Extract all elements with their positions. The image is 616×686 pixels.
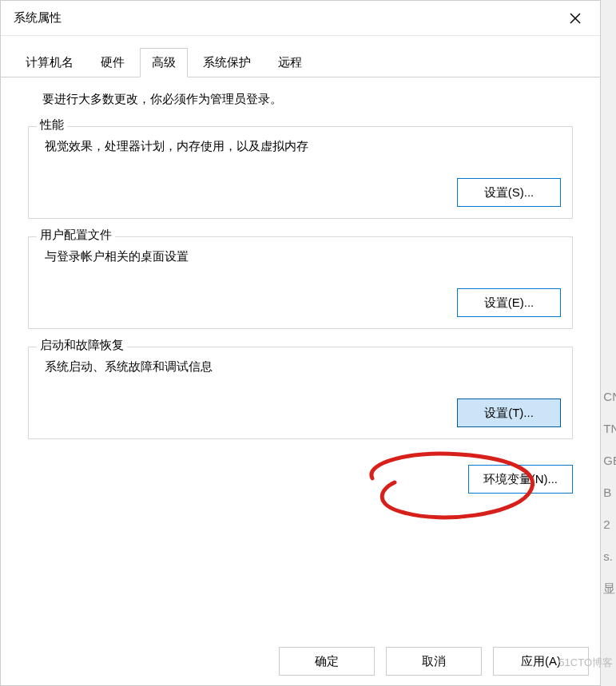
- background-text: CN TN GE B 2 s. 显: [603, 382, 616, 605]
- tab-computer-name[interactable]: 计算机名: [14, 48, 85, 77]
- performance-title: 性能: [37, 117, 67, 133]
- tab-content: 要进行大多数更改，你必须作为管理员登录。 性能 视觉效果，处理器计划，内存使用，…: [1, 77, 600, 465]
- cancel-button[interactable]: 取消: [386, 647, 482, 676]
- env-vars-row: 环境变量(N)...: [1, 465, 600, 508]
- close-icon: [570, 13, 581, 24]
- user-profiles-group: 用户配置文件 与登录帐户相关的桌面设置 设置(E)...: [28, 236, 573, 329]
- tab-remote[interactable]: 远程: [266, 48, 314, 77]
- close-button[interactable]: [557, 6, 594, 31]
- user-profiles-desc: 与登录帐户相关的桌面设置: [40, 249, 561, 264]
- tab-hardware[interactable]: 硬件: [89, 48, 137, 77]
- startup-recovery-settings-button[interactable]: 设置(T)...: [457, 399, 561, 427]
- startup-recovery-desc: 系统启动、系统故障和调试信息: [40, 359, 561, 375]
- titlebar: 系统属性: [1, 1, 600, 36]
- performance-desc: 视觉效果，处理器计划，内存使用，以及虚拟内存: [40, 139, 561, 154]
- user-profiles-title: 用户配置文件: [37, 228, 115, 243]
- tab-advanced[interactable]: 高级: [140, 48, 188, 77]
- startup-recovery-group: 启动和故障恢复 系统启动、系统故障和调试信息 设置(T)...: [28, 347, 573, 439]
- tab-bar: 计算机名 硬件 高级 系统保护 远程: [1, 36, 600, 77]
- dialog-footer: 确定 取消 应用(A): [268, 637, 600, 685]
- watermark: 51CTO博客: [558, 656, 613, 670]
- performance-group: 性能 视觉效果，处理器计划，内存使用，以及虚拟内存 设置(S)...: [28, 126, 573, 219]
- admin-note: 要进行大多数更改，你必须作为管理员登录。: [28, 92, 573, 107]
- system-properties-dialog: 系统属性 计算机名 硬件 高级 系统保护 远程 要进行大多数更改，你必须作为管理…: [0, 0, 601, 686]
- ok-button[interactable]: 确定: [279, 647, 375, 676]
- tab-system-protection[interactable]: 系统保护: [191, 48, 263, 77]
- user-profiles-settings-button[interactable]: 设置(E)...: [457, 288, 561, 317]
- window-title: 系统属性: [14, 10, 62, 26]
- performance-settings-button[interactable]: 设置(S)...: [457, 178, 561, 207]
- environment-variables-button[interactable]: 环境变量(N)...: [468, 465, 573, 494]
- startup-recovery-title: 启动和故障恢复: [37, 338, 127, 353]
